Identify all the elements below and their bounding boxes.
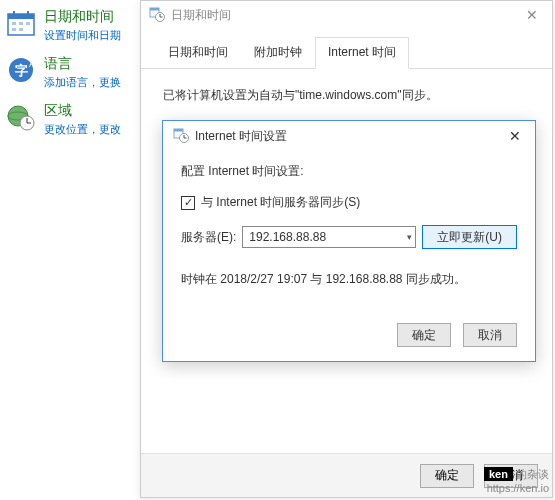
watermark-badge: ken <box>484 467 513 481</box>
server-label: 服务器(E): <box>181 229 236 246</box>
watermark-url: https://ken.io <box>484 482 549 494</box>
svg-rect-7 <box>12 28 16 31</box>
sync-status-text: 时钟在 2018/2/27 19:07 与 192.168.88.88 同步成功… <box>181 271 517 288</box>
configure-label: 配置 Internet 时间设置: <box>181 163 517 180</box>
svg-rect-6 <box>26 22 30 25</box>
watermark: ken 的杂谈 https://ken.io <box>484 467 549 494</box>
watermark-text: 的杂谈 <box>513 468 549 480</box>
language-icon: 字A <box>6 55 36 85</box>
update-now-button[interactable]: 立即更新(U) <box>422 225 517 249</box>
svg-rect-1 <box>8 14 34 19</box>
window-title: 日期和时间 <box>171 7 231 24</box>
close-icon[interactable]: ✕ <box>505 128 525 144</box>
control-panel-sidebar: 日期和时间 设置时间和日期 字A 语言 添加语言，更换 区域 更改位置，更改 <box>0 0 140 157</box>
titlebar: 日期和时间 ✕ <box>141 1 552 29</box>
calendar-icon <box>6 8 36 38</box>
sync-info-text: 已将计算机设置为自动与"time.windows.com"同步。 <box>163 87 530 104</box>
sidebar-sub: 添加语言，更换 <box>44 75 121 90</box>
globe-clock-icon <box>6 102 36 132</box>
svg-text:字: 字 <box>15 63 28 78</box>
server-combobox[interactable]: 192.168.88.88 ▾ <box>242 226 416 248</box>
ok-button[interactable]: 确定 <box>420 464 474 488</box>
svg-rect-5 <box>19 22 23 25</box>
dialog-titlebar: Internet 时间设置 ✕ <box>163 121 535 151</box>
checkbox-label: 与 Internet 时间服务器同步(S) <box>201 194 360 211</box>
internet-time-settings-dialog: Internet 时间设置 ✕ 配置 Internet 时间设置: ✓ 与 In… <box>162 120 536 362</box>
tab-body: 已将计算机设置为自动与"time.windows.com"同步。 <box>141 69 552 122</box>
sidebar-sub: 设置时间和日期 <box>44 28 121 43</box>
svg-rect-4 <box>12 22 16 25</box>
svg-rect-8 <box>19 28 23 31</box>
chevron-down-icon[interactable]: ▾ <box>407 232 412 242</box>
sidebar-item-datetime[interactable]: 日期和时间 设置时间和日期 <box>6 8 134 43</box>
sidebar-title: 语言 <box>44 55 121 73</box>
tab-datetime[interactable]: 日期和时间 <box>155 37 241 68</box>
datetime-icon <box>149 6 165 25</box>
datetime-icon <box>173 127 189 146</box>
ok-button[interactable]: 确定 <box>397 323 451 347</box>
cancel-button[interactable]: 取消 <box>463 323 517 347</box>
tab-additional-clocks[interactable]: 附加时钟 <box>241 37 315 68</box>
svg-rect-23 <box>174 129 183 132</box>
tab-internet-time[interactable]: Internet 时间 <box>315 37 409 69</box>
sidebar-title: 区域 <box>44 102 121 120</box>
svg-rect-18 <box>150 8 159 11</box>
svg-text:A: A <box>29 59 35 69</box>
sidebar-item-language[interactable]: 字A 语言 添加语言，更换 <box>6 55 134 90</box>
server-value: 192.168.88.88 <box>249 230 326 244</box>
close-icon[interactable]: ✕ <box>520 7 544 23</box>
tab-strip: 日期和时间 附加时钟 Internet 时间 <box>141 29 552 69</box>
sidebar-sub: 更改位置，更改 <box>44 122 121 137</box>
checkbox-icon[interactable]: ✓ <box>181 196 195 210</box>
sync-checkbox-row[interactable]: ✓ 与 Internet 时间服务器同步(S) <box>181 194 517 211</box>
dialog-title: Internet 时间设置 <box>195 128 287 145</box>
sidebar-title: 日期和时间 <box>44 8 121 26</box>
sidebar-item-region[interactable]: 区域 更改位置，更改 <box>6 102 134 137</box>
